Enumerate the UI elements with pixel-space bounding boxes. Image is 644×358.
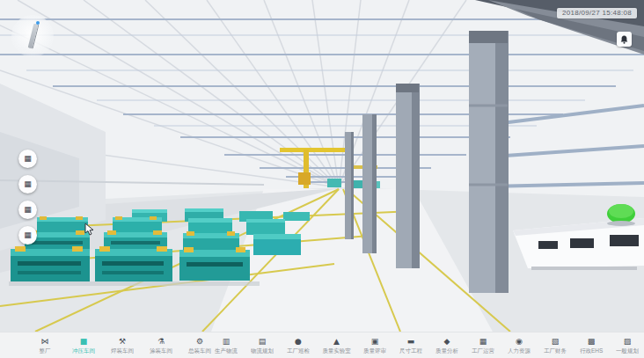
nav-human-resources[interactable]: ◉ 人力资源: [506, 337, 532, 354]
side-button-group: ▦ ▦ ▦ ▦: [18, 150, 37, 245]
notification-button[interactable]: [617, 32, 632, 47]
board-icon: ▦: [24, 206, 32, 214]
nav-logistics-planning[interactable]: ▤ 物流规划: [249, 337, 275, 354]
workshop-nav-group: ⋈ 整厂 ■ 冲压车间 ⚒ 焊装车间 ⚗ 涂装车间 ⚙ 总装车间: [32, 337, 213, 354]
stamping-icon: ■: [80, 337, 88, 346]
plan-icon: ▤: [259, 337, 267, 346]
factory-3d-scene: [0, 0, 644, 332]
painting-icon: ⚗: [157, 337, 165, 346]
nav-factory-inspection[interactable]: ● 工厂巡检: [285, 337, 311, 354]
dashboard-button-3[interactable]: ▦: [18, 201, 37, 219]
truck-icon: ▥: [223, 337, 231, 346]
clipboard-icon: ▣: [371, 337, 379, 346]
nav-factory-finance[interactable]: ▧ 工厂财务: [542, 337, 568, 354]
nav-general-planning[interactable]: ▨ 一般规划: [614, 337, 640, 354]
nav-production-logistics[interactable]: ▥ 生产物流: [213, 337, 239, 354]
grid-icon: ▩: [588, 337, 596, 346]
nav-assembly-shop[interactable]: ⚙ 总装车间: [187, 337, 213, 354]
nav-painting-shop[interactable]: ⚗ 涂装车间: [148, 337, 174, 354]
function-nav-group: ▥ 生产物流 ▤ 物流规划 ● 工厂巡检 ▲ 质量实验室 ▣ 质量评审 ▬ 尺寸…: [213, 337, 640, 354]
board-icon: ▦: [24, 180, 32, 188]
welding-icon: ⚒: [119, 337, 126, 346]
nav-quality-review[interactable]: ▣ 质量评审: [362, 337, 388, 354]
ruler-icon: ▬: [407, 337, 415, 346]
dashboard-button-1[interactable]: ▦: [18, 150, 37, 168]
shield-icon: ◆: [444, 337, 450, 346]
briefcase-icon: ▧: [552, 337, 560, 346]
factory-icon: ⋈: [41, 337, 49, 346]
dashboard-button-4[interactable]: ▦: [18, 226, 37, 245]
nav-welding-shop[interactable]: ⚒ 焊装车间: [109, 337, 135, 354]
green-object: [607, 204, 635, 226]
nav-quality-analysis[interactable]: ◆ 质量分析: [434, 337, 460, 354]
nav-whole-factory[interactable]: ⋈ 整厂: [32, 337, 58, 354]
bottom-toolbar: ⋈ 整厂 ■ 冲压车间 ⚒ 焊装车间 ⚗ 涂装车间 ⚙ 总装车间 ▥ 生产物流 …: [0, 332, 644, 358]
assembly-icon: ⚙: [196, 337, 203, 346]
bell-icon: [620, 35, 628, 44]
factory-3d-viewport[interactable]: [0, 0, 644, 332]
timestamp: 2018/09/27 15:48:08: [557, 8, 637, 18]
compass-north-dot: [36, 21, 40, 25]
nav-stamping-shop[interactable]: ■ 冲压车间: [70, 337, 97, 354]
person-icon: ◉: [516, 337, 523, 346]
nav-factory-operations[interactable]: ▦ 工厂运营: [470, 337, 496, 354]
compass-needle-icon: [28, 24, 39, 48]
nav-dimensional-engineering[interactable]: ▬ 尺寸工程: [398, 337, 424, 354]
nav-quality-lab[interactable]: ▲ 质量实验室: [321, 337, 352, 354]
dashboard-button-2[interactable]: ▦: [18, 175, 37, 194]
board-icon: ▦: [24, 155, 32, 163]
document-icon: ▨: [624, 337, 632, 346]
inspector-icon: ●: [295, 337, 302, 346]
view-compass[interactable]: [11, 15, 54, 57]
nav-admin-ehs[interactable]: ▩ 行政EHS: [578, 337, 604, 354]
board-icon: ▦: [24, 231, 32, 239]
chart-icon: ▦: [479, 337, 487, 346]
flask-icon: ▲: [333, 337, 340, 346]
